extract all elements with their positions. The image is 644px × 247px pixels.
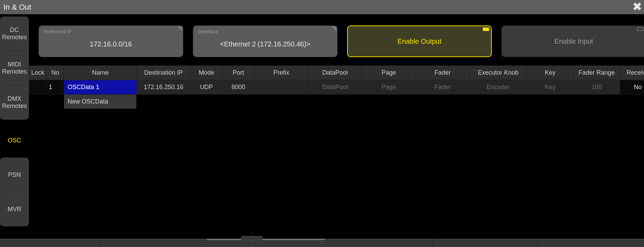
main-panel: Preferred IP 172.16.0.0/16 Interface <Et… — [29, 14, 644, 239]
empty-cell — [573, 95, 620, 109]
empty-cell — [416, 95, 469, 109]
bottom-strip[interactable] — [0, 239, 644, 247]
column-header[interactable]: DataPool — [308, 66, 362, 80]
sidebar-item-osc[interactable]: OSC — [0, 123, 29, 158]
cell-page[interactable]: Page — [362, 80, 416, 95]
sidebar-item-midi-remotes[interactable]: MIDI Remotes — [0, 51, 29, 85]
window-title: In & Out — [3, 3, 31, 12]
cell-key[interactable]: Key — [527, 80, 573, 95]
sidebar-item-mvr[interactable]: MVR — [0, 192, 29, 226]
toggle-indicator-off-icon — [637, 28, 643, 31]
sidebar: DC Remotes MIDI Remotes DMX Remotes OSC … — [0, 14, 29, 239]
column-header[interactable]: No — [46, 66, 64, 80]
column-header[interactable]: Page — [362, 66, 416, 80]
empty-cell — [46, 95, 64, 109]
osc-data-table[interactable]: LockNoNameDestination IPModePortPrefixDa… — [29, 65, 644, 109]
empty-cell — [362, 95, 416, 109]
cell-datapool[interactable]: DataPool — [308, 80, 362, 95]
column-header[interactable]: Lock — [29, 66, 47, 80]
column-header[interactable]: Executor Knob — [469, 66, 527, 80]
empty-cell — [222, 95, 255, 109]
cell-lock[interactable] — [29, 80, 47, 95]
titlebar: In & Out ✖ — [0, 0, 644, 14]
column-header[interactable]: Mode — [190, 66, 222, 80]
empty-cell — [620, 95, 644, 109]
enable-output-label: Enable Output — [397, 37, 442, 45]
cell-mode[interactable]: UDP — [190, 80, 222, 95]
table-row[interactable]: 1OSCData 1172.16.250.16UDP8000DataPoolPa… — [29, 80, 644, 95]
empty-cell — [469, 95, 527, 109]
cell-fader[interactable]: Fader — [416, 80, 469, 95]
column-header[interactable]: Prefix — [255, 66, 308, 80]
table-header-row: LockNoNameDestination IPModePortPrefixDa… — [29, 66, 644, 80]
interface-label: Interface — [198, 29, 218, 34]
toggle-indicator-on-icon — [483, 28, 489, 31]
interface-box[interactable]: Interface <Ethernet 2 (172.16.250.46)> — [193, 25, 337, 57]
sidebar-item-dc-remotes[interactable]: DC Remotes — [0, 17, 29, 51]
interface-value: <Ethernet 2 (172.16.250.46)> — [220, 40, 310, 48]
cell-executor-knob[interactable]: Encoder — [469, 80, 527, 95]
enable-input-label: Enable Input — [554, 37, 593, 45]
new-oscdata-cell[interactable]: New OSCData — [64, 95, 137, 109]
sidebar-item-dmx-remotes[interactable]: DMX Remotes — [0, 85, 29, 120]
empty-cell — [255, 95, 308, 109]
column-header[interactable]: Port — [222, 66, 255, 80]
column-header[interactable]: Destination IP — [137, 66, 190, 80]
close-icon[interactable]: ✖ — [632, 1, 642, 12]
enable-input-toggle[interactable]: Enable Input — [501, 25, 644, 57]
preferred-ip-label: Preferred IP — [44, 29, 72, 34]
cell-prefix[interactable] — [255, 80, 308, 95]
cell-name[interactable]: OSCData 1 — [64, 80, 137, 95]
empty-cell — [137, 95, 190, 109]
cell-port[interactable]: 8000 — [222, 80, 255, 95]
preferred-ip-value: 172.16.0.0/16 — [90, 40, 132, 48]
enable-output-toggle[interactable]: Enable Output — [347, 25, 492, 57]
new-row[interactable]: New OSCData — [29, 95, 644, 109]
cell-dest-ip[interactable]: 172.16.250.16 — [137, 80, 190, 95]
sidebar-item-psn[interactable]: PSN — [0, 158, 29, 192]
empty-cell — [190, 95, 222, 109]
cell-no[interactable]: 1 — [46, 80, 64, 95]
empty-cell — [527, 95, 573, 109]
column-header[interactable]: Name — [64, 66, 137, 80]
column-header[interactable]: Receive — [620, 66, 644, 80]
empty-cell — [308, 95, 362, 109]
cell-fader-range[interactable]: 100 — [573, 80, 620, 95]
preferred-ip-box[interactable]: Preferred IP 172.16.0.0/16 — [39, 25, 183, 57]
column-header[interactable]: Fader Range — [573, 66, 620, 80]
column-header[interactable]: Fader — [416, 66, 469, 80]
column-header[interactable]: Key — [527, 66, 573, 80]
empty-cell — [29, 95, 47, 109]
cell-receive[interactable]: No — [620, 80, 644, 95]
